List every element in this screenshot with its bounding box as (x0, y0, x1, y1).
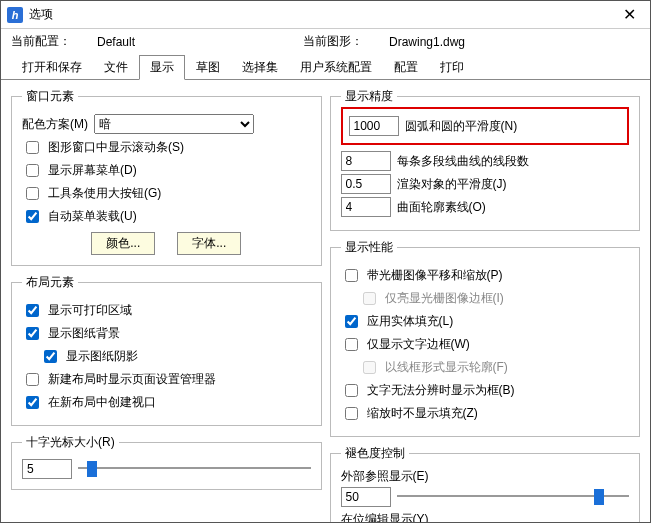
layout-elements-legend: 布局元素 (22, 274, 78, 291)
create-viewport-checkbox[interactable] (26, 396, 39, 409)
highlight-box: 圆弧和圆的平滑度(N) (341, 107, 630, 145)
polyline-segs-label: 每条多段线曲线的线段数 (397, 153, 529, 170)
tab-display[interactable]: 显示 (139, 55, 185, 80)
surface-lines-input[interactable] (341, 197, 391, 217)
crosshair-slider[interactable] (78, 461, 311, 477)
tab-draft[interactable]: 草图 (185, 55, 231, 80)
arc-smooth-label: 圆弧和圆的平滑度(N) (405, 118, 518, 135)
crosshair-group: 十字光标大小(R) (11, 434, 322, 490)
window-elements-legend: 窗口元素 (22, 88, 78, 105)
large-buttons-checkbox[interactable] (26, 187, 39, 200)
tab-bar: 打开和保存 文件 显示 草图 选择集 用户系统配置 配置 打印 (1, 54, 650, 80)
display-perf-group: 显示性能 带光栅图像平移和缩放(P) 仅亮显光栅图像边框(I) 应用实体填充(L… (330, 239, 641, 437)
color-scheme-label: 配色方案(M) (22, 116, 88, 133)
pan-zoom-raster-checkbox[interactable] (345, 269, 358, 282)
window-elements-group: 窗口元素 配色方案(M) 暗 图形窗口中显示滚动条(S) 显示屏幕菜单(D) 工… (11, 88, 322, 266)
wireframe-silh-checkbox (363, 361, 376, 374)
arc-smooth-input[interactable] (349, 116, 399, 136)
current-drawing-label: 当前图形： (303, 33, 383, 50)
tab-print[interactable]: 打印 (429, 55, 475, 80)
paper-bg-checkbox[interactable] (26, 327, 39, 340)
solid-fill-checkbox[interactable] (345, 315, 358, 328)
crosshair-legend: 十字光标大小(R) (22, 434, 119, 451)
window-title: 选项 (29, 6, 615, 23)
tab-file[interactable]: 文件 (93, 55, 139, 80)
display-perf-legend: 显示性能 (341, 239, 397, 256)
screen-menu-checkbox[interactable] (26, 164, 39, 177)
surface-lines-label: 曲面轮廓素线(O) (397, 199, 486, 216)
font-button[interactable]: 字体... (177, 232, 241, 255)
display-precision-legend: 显示精度 (341, 88, 397, 105)
fade-control-legend: 褪色度控制 (341, 445, 409, 462)
xref-fade-input[interactable] (341, 487, 391, 507)
scrollbars-checkbox[interactable] (26, 141, 39, 154)
tab-selection[interactable]: 选择集 (231, 55, 289, 80)
tab-user-config[interactable]: 用户系统配置 (289, 55, 383, 80)
polyline-segs-input[interactable] (341, 151, 391, 171)
text-frame-checkbox[interactable] (345, 338, 358, 351)
layout-elements-group: 布局元素 显示可打印区域 显示图纸背景 显示图纸阴影 新建布局时显示页面设置管理… (11, 274, 322, 426)
paper-shadow-checkbox[interactable] (44, 350, 57, 363)
fade-control-group: 褪色度控制 外部参照显示(E) 在位编辑显示(Y) (330, 445, 641, 523)
inplace-fade-label: 在位编辑显示(Y) (341, 511, 630, 523)
xref-fade-label: 外部参照显示(E) (341, 468, 630, 485)
tab-open-save[interactable]: 打开和保存 (11, 55, 93, 80)
color-button[interactable]: 颜色... (91, 232, 155, 255)
crosshair-size-input[interactable] (22, 459, 72, 479)
current-config-value: Default (97, 35, 297, 49)
auto-menu-load-checkbox[interactable] (26, 210, 39, 223)
current-drawing-value: Drawing1.dwg (389, 35, 465, 49)
page-setup-mgr-checkbox[interactable] (26, 373, 39, 386)
display-precision-group: 显示精度 圆弧和圆的平滑度(N) 每条多段线曲线的线段数 渲染对象的平滑度(J)… (330, 88, 641, 231)
printable-area-checkbox[interactable] (26, 304, 39, 317)
tab-config[interactable]: 配置 (383, 55, 429, 80)
current-config-label: 当前配置： (11, 33, 91, 50)
render-smooth-input[interactable] (341, 174, 391, 194)
close-icon[interactable]: ✕ (615, 5, 644, 24)
highlight-raster-checkbox (363, 292, 376, 305)
xref-fade-slider[interactable] (397, 489, 630, 505)
app-icon: h (7, 7, 23, 23)
color-scheme-select[interactable]: 暗 (94, 114, 254, 134)
text-box-checkbox[interactable] (345, 384, 358, 397)
render-smooth-label: 渲染对象的平滑度(J) (397, 176, 507, 193)
zoom-no-fill-checkbox[interactable] (345, 407, 358, 420)
